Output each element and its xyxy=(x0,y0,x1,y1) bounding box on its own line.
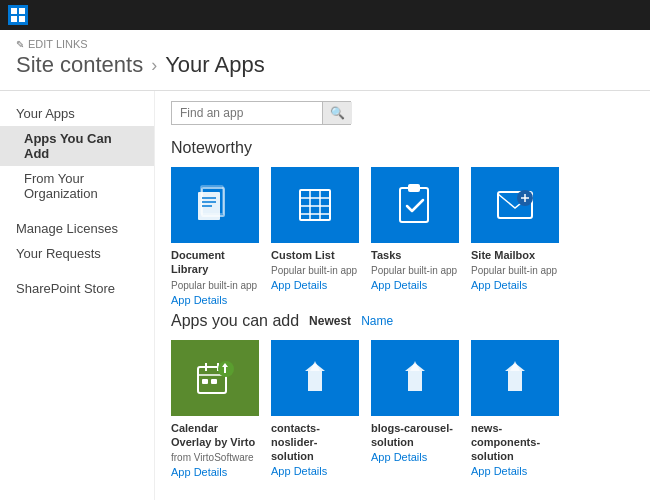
app-tile-contacts-noslider: contacts-noslider-solution App Details xyxy=(271,340,359,479)
search-bar: 🔍 xyxy=(171,101,351,125)
document-library-details[interactable]: App Details xyxy=(171,294,259,306)
pencil-icon: ✎ xyxy=(16,39,24,50)
apps-can-add-grid: Calendar Overlay by Virto from VirtoSoft… xyxy=(171,340,634,479)
windows-logo-icon xyxy=(8,5,28,25)
document-library-subtitle: Popular built-in app xyxy=(171,279,259,292)
site-mailbox-icon[interactable] xyxy=(471,167,559,243)
header: ✎ EDIT LINKS Site contents › Your Apps xyxy=(0,30,650,91)
app-tile-tasks: Tasks Popular built-in app App Details xyxy=(371,167,459,306)
app-tile-site-mailbox: Site Mailbox Popular built-in app App De… xyxy=(471,167,559,306)
tasks-subtitle: Popular built-in app xyxy=(371,264,459,277)
contacts-noslider-name: contacts-noslider-solution xyxy=(271,421,359,464)
app-tile-news-components: news-components-solution App Details xyxy=(471,340,559,479)
tasks-details[interactable]: App Details xyxy=(371,279,459,291)
svg-rect-13 xyxy=(408,184,420,192)
blogs-carousel-details[interactable]: App Details xyxy=(371,451,459,463)
sidebar-item-your-requests[interactable]: Your Requests xyxy=(0,241,154,266)
breadcrumb-root[interactable]: Site contents xyxy=(16,52,143,78)
custom-list-name: Custom List xyxy=(271,248,359,262)
main-layout: Your Apps Apps You Can Add From Your Org… xyxy=(0,91,650,500)
breadcrumb-separator: › xyxy=(151,55,157,76)
sidebar: Your Apps Apps You Can Add From Your Org… xyxy=(0,91,155,500)
app-tile-custom-list: Custom List Popular built-in app App Det… xyxy=(271,167,359,306)
document-library-icon[interactable] xyxy=(171,167,259,243)
sidebar-item-your-apps[interactable]: Your Apps xyxy=(0,101,154,126)
filter-name-button[interactable]: Name xyxy=(361,314,393,328)
top-bar xyxy=(0,0,650,30)
custom-list-details[interactable]: App Details xyxy=(271,279,359,291)
site-mailbox-details[interactable]: App Details xyxy=(471,279,559,291)
calendar-overlay-details[interactable]: App Details xyxy=(171,466,259,478)
site-mailbox-subtitle: Popular built-in app xyxy=(471,264,559,277)
edit-links-label: EDIT LINKS xyxy=(28,38,88,50)
breadcrumb: Site contents › Your Apps xyxy=(16,52,634,78)
custom-list-subtitle: Popular built-in app xyxy=(271,264,359,277)
sidebar-item-apps-you-can-add[interactable]: Apps You Can Add xyxy=(0,126,154,166)
noteworthy-grid: Document Library Popular built-in app Ap… xyxy=(171,167,634,306)
search-button[interactable]: 🔍 xyxy=(322,102,352,124)
custom-list-icon[interactable] xyxy=(271,167,359,243)
tasks-name: Tasks xyxy=(371,248,459,262)
app-tile-document-library: Document Library Popular built-in app Ap… xyxy=(171,167,259,306)
content-area: 🔍 Noteworthy Document Library xyxy=(155,91,650,500)
svg-rect-23 xyxy=(211,379,217,384)
app-tile-calendar-overlay: Calendar Overlay by Virto from VirtoSoft… xyxy=(171,340,259,479)
calendar-overlay-icon[interactable] xyxy=(171,340,259,416)
breadcrumb-current: Your Apps xyxy=(165,52,265,78)
blogs-carousel-icon[interactable] xyxy=(371,340,459,416)
contacts-noslider-icon[interactable] xyxy=(271,340,359,416)
search-input[interactable] xyxy=(172,102,322,124)
calendar-overlay-name: Calendar Overlay by Virto xyxy=(171,421,259,450)
apps-can-add-header: Apps you can add Newest Name xyxy=(171,312,634,330)
contacts-noslider-details[interactable]: App Details xyxy=(271,465,359,477)
svg-rect-22 xyxy=(202,379,208,384)
sidebar-item-sharepoint-store[interactable]: SharePoint Store xyxy=(0,276,154,301)
site-mailbox-name: Site Mailbox xyxy=(471,248,559,262)
noteworthy-title: Noteworthy xyxy=(171,139,634,157)
news-components-details[interactable]: App Details xyxy=(471,465,559,477)
svg-rect-6 xyxy=(300,190,330,220)
filter-newest-button[interactable]: Newest xyxy=(309,314,351,328)
sidebar-item-from-your-org[interactable]: From Your Organization xyxy=(0,166,154,206)
news-components-name: news-components-solution xyxy=(471,421,559,464)
svg-rect-12 xyxy=(400,188,428,222)
apps-can-add-title: Apps you can add xyxy=(171,312,299,330)
document-library-name: Document Library xyxy=(171,248,259,277)
app-tile-blogs-carousel: blogs-carousel-solution App Details xyxy=(371,340,459,479)
tasks-icon[interactable] xyxy=(371,167,459,243)
sidebar-item-manage-licenses[interactable]: Manage Licenses xyxy=(0,216,154,241)
calendar-overlay-subtitle: from VirtoSoftware xyxy=(171,451,259,464)
edit-links[interactable]: ✎ EDIT LINKS xyxy=(16,38,634,50)
news-components-icon[interactable] xyxy=(471,340,559,416)
blogs-carousel-name: blogs-carousel-solution xyxy=(371,421,459,450)
